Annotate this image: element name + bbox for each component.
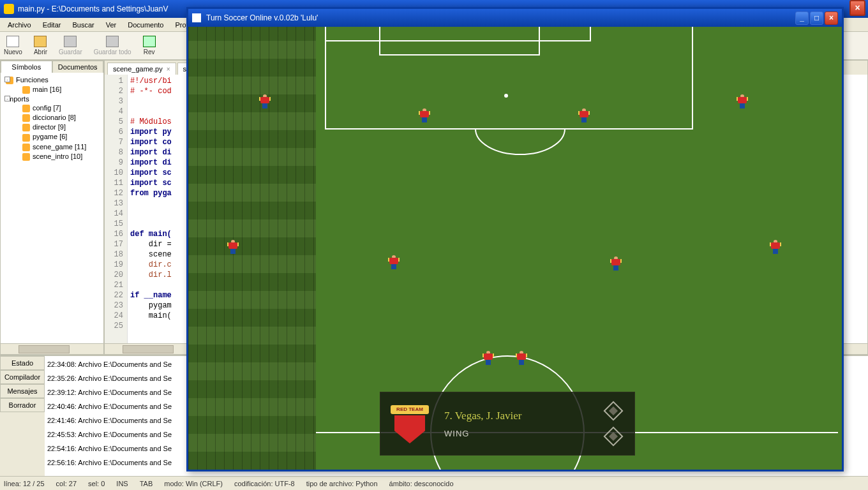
toolbar-revert[interactable]: Rev [143,36,156,56]
symbol-tree[interactable]: -Funciones main [16] -Imports config [7]… [1,73,103,343]
log-tab-mensajes[interactable]: Mensajes [0,384,45,398]
game-window: Turn Soccer Online v.0.02b 'Lulu' _ □ × … [186,7,844,471]
close-button[interactable]: × [825,11,838,25]
player-info-panel: RED TEAM 7. Vegas, J. Javier WING [380,392,635,456]
toolbar-save: Guardar [59,36,82,56]
shield-icon [394,415,425,443]
tree-funciones[interactable]: -Funciones [3,75,101,85]
menu-archivo[interactable]: Archivo [3,20,36,30]
new-icon [6,36,19,47]
player-sprite[interactable] [771,240,780,254]
player-sprite[interactable] [517,351,526,365]
symbols-sidebar: Símbolos Documentos -Funciones main [16]… [0,60,104,355]
tree-item[interactable]: config [7] [3,103,101,113]
tab-symbols[interactable]: Símbolos [1,61,52,73]
menu-documento[interactable]: Documento [123,20,168,30]
saveall-icon [106,36,119,47]
log-tab-borrador[interactable]: Borrador [0,398,45,412]
team-badge: RED TEAM [391,401,429,446]
os-close-button[interactable]: × [849,0,865,16]
log-tab-compilador[interactable]: Compilador [0,370,45,384]
menu-ver[interactable]: Ver [101,20,122,30]
revert-icon [143,36,156,47]
game-titlebar[interactable]: Turn Soccer Online v.0.02b 'Lulu' _ □ × [188,9,842,27]
save-icon [64,36,77,47]
menu-editar[interactable]: Editar [38,20,66,30]
editor-title-text: main.py - E:\Documents and Settings\Juan… [18,4,168,13]
player-sprite[interactable] [260,94,269,108]
file-tab[interactable]: scene_game.py× [107,63,176,75]
maximize-button[interactable]: □ [810,11,823,25]
tree-imports[interactable]: -Imports [3,94,101,103]
action-icon-2[interactable] [603,426,623,446]
player-sprite[interactable] [420,108,429,122]
close-icon[interactable]: × [167,66,170,73]
toolbar-new[interactable]: Nuevo [4,36,22,56]
player-sprite[interactable] [611,256,620,271]
svg-rect-0 [326,27,590,41]
player-sprite[interactable] [738,94,747,108]
tree-item[interactable]: scene_intro [10] [3,152,101,161]
tab-documents[interactable]: Documentos [52,61,104,73]
player-name: 7. Vegas, J. Javier [444,410,606,422]
player-sprite[interactable] [228,240,237,254]
statusbar: línea: 12 / 25col: 27sel: 0INSTABmodo: W… [0,476,868,490]
player-sprite[interactable] [580,108,588,122]
tree-item[interactable]: diccionario [8] [3,113,101,122]
player-position: WING [444,429,606,438]
tree-main[interactable]: main [16] [3,85,101,94]
svg-rect-2 [326,27,692,129]
tree-item[interactable]: director [9] [3,122,101,132]
tree-item[interactable]: scene_game [11] [3,142,101,152]
game-title-text: Turn Soccer Online v.0.02b 'Lulu' [206,13,318,22]
ball [504,94,508,98]
game-canvas[interactable]: RED TEAM 7. Vegas, J. Javier WING [188,27,842,470]
open-icon [34,36,47,47]
player-sprite[interactable] [484,351,493,365]
toolbar-saveall: Guardar todo [94,36,131,56]
menu-buscar[interactable]: Buscar [67,20,99,30]
sidebar-hscroll[interactable] [1,343,103,354]
app-icon [4,4,14,14]
badge-label: RED TEAM [391,405,429,414]
pitch-shade [188,27,316,470]
action-icon-1[interactable] [603,401,623,420]
minimize-button[interactable]: _ [795,11,809,25]
log-tab-estado[interactable]: Estado [0,356,45,370]
toolbar-open[interactable]: Abrir [34,36,47,56]
game-icon [192,13,201,22]
tree-item[interactable]: pygame [6] [3,132,101,142]
player-sprite[interactable] [389,255,398,269]
